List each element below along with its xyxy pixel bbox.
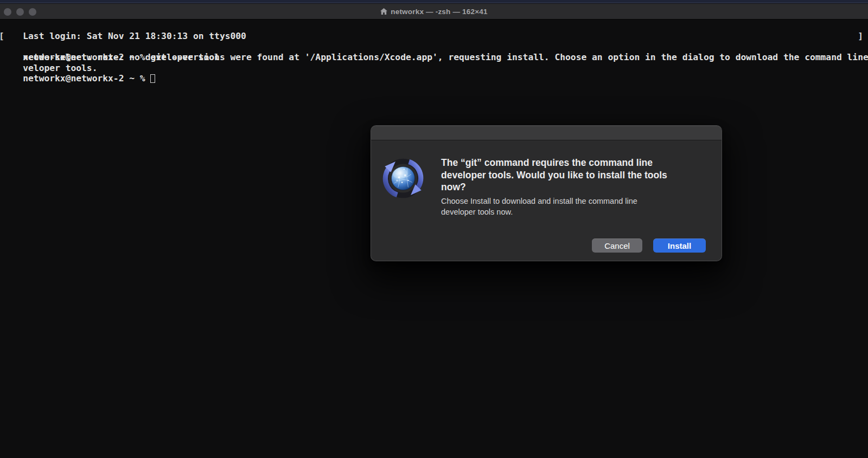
dialog-body-text: Choose Install to download and install t… [441, 196, 696, 218]
terminal-cursor [150, 74, 155, 83]
terminal-line: veloper tools. [2, 52, 866, 62]
window-title-text: networkx — -zsh — 162×41 [391, 8, 488, 16]
minimize-button[interactable] [16, 8, 24, 16]
terminal-titlebar: networkx — -zsh — 162×41 [0, 4, 868, 20]
developer-tools-dialog: The “git” command requires the command l… [371, 125, 722, 261]
dialog-button-row: Cancel Install [592, 238, 706, 253]
terminal-line-text: networkx@networkx-2 ~ % [23, 73, 150, 83]
command-mark-close: ] [858, 31, 863, 41]
cancel-button[interactable]: Cancel [592, 238, 642, 253]
close-button[interactable] [4, 8, 11, 16]
terminal-line: xcode-select: note: no developer tools w… [2, 42, 866, 52]
dialog-body-line: Choose Install to download and install t… [441, 196, 696, 207]
dialog-heading-line: The “git” command requires the command l… [441, 157, 707, 169]
terminal-line: Last login: Sat Nov 21 18:30:13 on ttys0… [2, 21, 866, 31]
dialog-titlebar[interactable] [371, 126, 722, 140]
desktop-edge [0, 0, 868, 3]
terminal-line: [ networkx@networkx-2 ~ % git --version … [2, 31, 866, 41]
dialog-heading: The “git” command requires the command l… [441, 157, 707, 193]
window-controls [4, 4, 36, 20]
terminal-output: Last login: Sat Nov 21 18:30:13 on ttys0… [2, 21, 866, 73]
window-title: networkx — -zsh — 162×41 [380, 8, 488, 16]
software-update-icon [379, 154, 427, 203]
zoom-button[interactable] [29, 8, 36, 16]
home-folder-icon [380, 8, 387, 15]
command-mark-open: [ [0, 31, 4, 41]
dialog-body-line: developer tools now. [441, 207, 696, 218]
dialog-heading-line: now? [441, 181, 707, 193]
install-button[interactable]: Install [653, 238, 706, 253]
dialog-heading-line: developer tools. Would you like to insta… [441, 169, 707, 182]
terminal-prompt-line[interactable]: networkx@networkx-2 ~ % [2, 63, 866, 73]
